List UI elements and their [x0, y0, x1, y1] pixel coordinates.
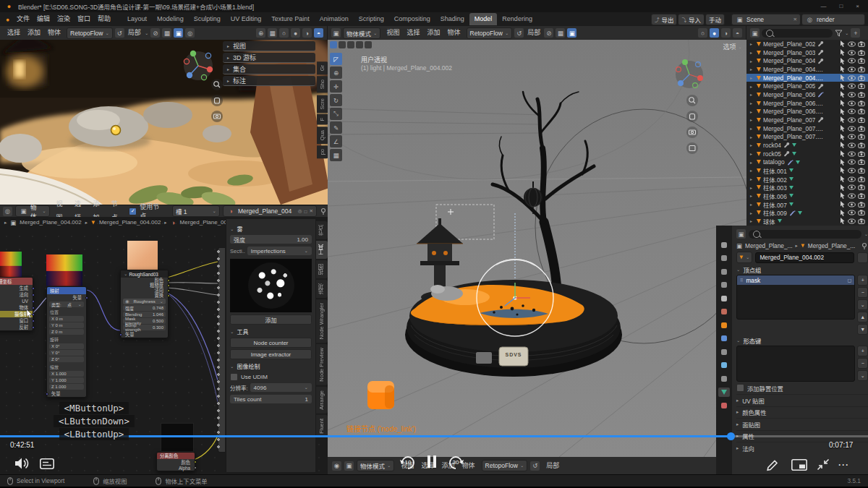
- object-name[interactable]: Merged_Plane_002: [763, 40, 815, 48]
- volume-icon[interactable]: [14, 457, 30, 470]
- shape-keys-list[interactable]: [736, 346, 855, 382]
- wireframe-shading-icon[interactable]: ○: [698, 28, 707, 38]
- render-camera-icon[interactable]: [858, 210, 865, 215]
- header-menu-item[interactable]: 选择: [403, 26, 423, 40]
- orientation-label[interactable]: 局部: [526, 26, 542, 40]
- sidebar-tab[interactable]: Fluent: [316, 415, 328, 437]
- object-name[interactable]: Merged_Plane_004.002: [763, 74, 824, 82]
- selectable-icon[interactable]: [840, 91, 846, 98]
- outliner-row[interactable]: ▸ Merged_Plane_007.002: [746, 132, 868, 141]
- node-input-row[interactable]: 矢量: [47, 390, 86, 397]
- expand-icon[interactable]: ▸: [750, 92, 754, 97]
- object-name[interactable]: Merged_Plane_006.002: [763, 108, 824, 115]
- selectable-icon[interactable]: [840, 150, 846, 157]
- outliner-row[interactable]: ▸ Merged_Plane_006.002: [746, 107, 868, 116]
- npanel-section[interactable]: ▸标注: [223, 76, 315, 86]
- list-button[interactable]: ▲: [857, 312, 868, 322]
- selectable-icon[interactable]: [840, 58, 846, 64]
- add-cube-tool-icon[interactable]: ▦: [330, 149, 342, 161]
- expand-icon[interactable]: ▸: [750, 218, 754, 223]
- visibility-eye-icon[interactable]: [848, 108, 856, 114]
- mapping-value-field[interactable]: X 0°: [49, 343, 84, 349]
- output-socket[interactable]: [32, 300, 35, 303]
- render-camera-icon[interactable]: [858, 142, 865, 148]
- export-button[interactable]: ⤴导出: [651, 14, 678, 25]
- object-name[interactable]: Merged_Plane_003: [763, 49, 815, 56]
- workspace-tab[interactable]: Animation: [315, 13, 354, 25]
- panel-title[interactable]: 工具: [237, 328, 248, 335]
- visibility-eye-icon[interactable]: [848, 176, 856, 182]
- image-node-dark[interactable]: [161, 423, 194, 452]
- sidebar-tab[interactable]: Qua: [317, 127, 328, 144]
- visibility-eye-icon[interactable]: [848, 168, 856, 174]
- workspace-tab[interactable]: Model: [469, 13, 498, 25]
- mapping-value-field[interactable]: Z 1.000: [49, 384, 84, 390]
- expand-icon[interactable]: ▸: [750, 50, 754, 55]
- render-camera-icon[interactable]: [858, 202, 865, 207]
- visibility-eye-icon[interactable]: [848, 218, 856, 224]
- overlays-icon[interactable]: ▦: [268, 28, 277, 38]
- wireframe-shading-icon[interactable]: ○: [279, 28, 289, 38]
- properties-tab[interactable]: [718, 361, 730, 370]
- outliner-row[interactable]: ▸ 柱体.006: [746, 192, 868, 200]
- unlink-material-icon[interactable]: ✕: [309, 208, 312, 214]
- proportional-edit-icon[interactable]: ◎: [185, 28, 195, 38]
- expand-icon[interactable]: ▸: [750, 142, 754, 147]
- rendered-shading-icon[interactable]: ◓: [314, 28, 323, 38]
- mapping-value-field[interactable]: X 0 m: [49, 316, 84, 322]
- object-name[interactable]: 柱体.007: [763, 200, 787, 209]
- select-circle-icon[interactable]: [347, 41, 354, 48]
- render-camera-icon[interactable]: [858, 67, 865, 72]
- breadcrumb-object[interactable]: Merged_Plane_...: [745, 242, 793, 249]
- expand-icon[interactable]: ▸: [750, 160, 754, 165]
- output-socket[interactable]: [167, 284, 170, 287]
- mapping-value-field[interactable]: X 1.000: [49, 371, 84, 377]
- menu-item[interactable]: 窗口: [74, 12, 94, 26]
- selectable-icon[interactable]: [840, 167, 846, 174]
- cursor-tool-icon[interactable]: [365, 41, 372, 48]
- selectable-icon[interactable]: [840, 210, 846, 216]
- object-name[interactable]: tatalogo: [763, 158, 785, 166]
- mapping-type-field[interactable]: 类型: 点 ⌄: [49, 301, 84, 307]
- properties-tab[interactable]: [718, 294, 730, 303]
- measure-tool-icon[interactable]: ∠: [330, 135, 342, 147]
- selectable-icon[interactable]: [840, 49, 846, 56]
- mode-selector[interactable]: 物体模式⌄: [357, 460, 394, 471]
- render-camera-icon[interactable]: [858, 184, 865, 190]
- annotate-tool-icon[interactable]: ✎: [330, 121, 342, 134]
- tiles-count-field[interactable]: Tiles count1: [230, 395, 312, 403]
- mesh-data-selector[interactable]: ⌄: [736, 252, 752, 263]
- mapping-value-field[interactable]: Y 0 m: [49, 322, 84, 328]
- expand-icon[interactable]: ▸: [750, 67, 754, 72]
- output-socket[interactable]: [194, 461, 197, 463]
- more-options-icon[interactable]: ⋯: [838, 458, 849, 471]
- input-socket[interactable]: [119, 333, 122, 336]
- outliner-row[interactable]: ▸ 柱体.007: [746, 200, 868, 209]
- vertex-groups-list[interactable]: ⠿ mask ◻: [736, 275, 855, 320]
- render-camera-icon[interactable]: [858, 117, 865, 123]
- workspace-tab[interactable]: Sculpting: [189, 13, 226, 25]
- selectable-icon[interactable]: [840, 218, 846, 224]
- group-param-field[interactable]: 强度0.748: [123, 305, 166, 311]
- shape-keys-header[interactable]: ⌄ 形态键: [736, 335, 868, 346]
- output-socket[interactable]: [32, 307, 35, 309]
- tweak-tool-icon[interactable]: [330, 41, 337, 48]
- visibility-eye-icon[interactable]: [848, 83, 856, 89]
- outliner-row[interactable]: ▸ Merged_Plane_007: [746, 116, 868, 124]
- resize-arrows-icon[interactable]: [816, 458, 830, 471]
- node-output-row[interactable]: 置换: [121, 293, 168, 298]
- snap-magnet-icon[interactable]: ▦: [556, 28, 565, 38]
- workspace-tab[interactable]: Modeling: [152, 13, 189, 25]
- orientation-label[interactable]: 局部: [542, 459, 563, 473]
- sidebar-tab[interactable]: Node Preview: [316, 344, 328, 385]
- render-camera-icon[interactable]: [858, 100, 865, 106]
- panel-title[interactable]: 图像绘制: [237, 362, 260, 370]
- output-socket[interactable]: [32, 326, 35, 329]
- visibility-eye-icon[interactable]: [848, 92, 856, 98]
- output-socket[interactable]: [32, 287, 35, 290]
- object-name[interactable]: 柱体.003: [763, 183, 787, 192]
- panel-title[interactable]: 雾: [237, 225, 242, 233]
- object-name[interactable]: 柱体.009: [763, 208, 787, 217]
- workspace-tab[interactable]: Texture Paint: [266, 13, 315, 25]
- header-menu-item[interactable]: 选择: [4, 26, 24, 40]
